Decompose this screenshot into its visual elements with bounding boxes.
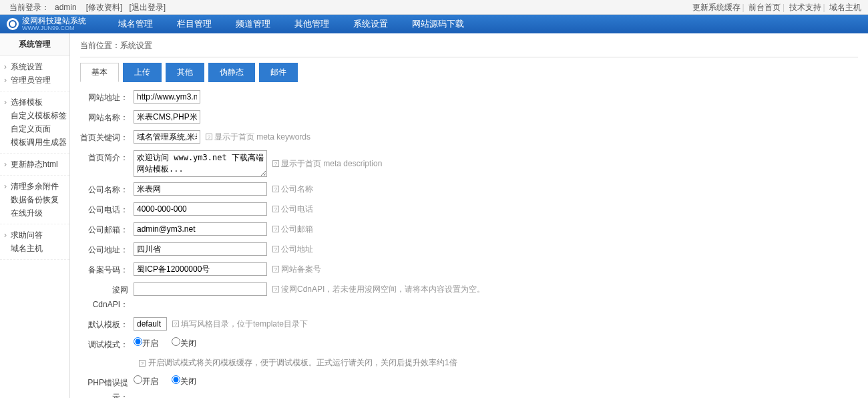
top-bar: 当前登录：admin [修改资料] [退出登录] 更新系统缓存| 前台首页| 技… (0, 0, 868, 15)
radio-debug-on[interactable] (134, 337, 142, 346)
radio-phperr-on-label[interactable]: 开启 (134, 375, 158, 387)
edit-profile-link[interactable]: [修改资料] (86, 3, 123, 12)
nav-channel[interactable]: 频道管理 (224, 15, 282, 33)
tab-mail[interactable]: 邮件 (259, 63, 298, 82)
hint-icon: ? (272, 266, 279, 272)
hint-icon: ? (272, 226, 279, 232)
hint-phone: 公司电话 (281, 204, 313, 215)
input-template[interactable] (134, 317, 167, 331)
sidebar-upgrade[interactable]: 在线升级 (11, 206, 69, 220)
input-cdn[interactable] (134, 282, 267, 296)
sidebar-admin-manage[interactable]: 管理员管理 (11, 73, 69, 87)
hint-icon: ? (272, 186, 279, 192)
radio-phperr-off[interactable] (172, 375, 180, 384)
sidebar-update-html[interactable]: 更新静态html (11, 158, 69, 171)
label-template: 默认模板： (80, 317, 134, 332)
sidebar-custom-page[interactable]: 自定义页面 (11, 122, 69, 136)
radio-debug-off-label[interactable]: 关闭 (172, 337, 196, 349)
top-left: 当前登录：admin [修改资料] [退出登录] (7, 0, 166, 14)
sidebar-help[interactable]: 求助问答 (11, 228, 69, 242)
label-phperr: PHP错误提示： (80, 375, 134, 398)
main-nav: 浚网科技建站系统 WWW.JUN99.COM 域名管理 栏目管理 频道管理 其他… (0, 15, 868, 33)
hint-address: 公司地址 (281, 244, 313, 255)
sidebar: 系统管理 系统设置 管理员管理 选择模板 自定义模板标签 自定义页面 模板调用生… (0, 33, 70, 398)
input-keywords[interactable] (134, 130, 200, 144)
tabs: 基本 上传 其他 伪静态 邮件 (80, 63, 858, 82)
input-site-name[interactable] (134, 110, 200, 124)
top-right: 更新系统缓存| 前台首页| 技术支持| 域名主机 (692, 0, 861, 14)
logo: 浚网科技建站系统 WWW.JUN99.COM (7, 17, 86, 31)
nav-items: 域名管理 栏目管理 频道管理 其他管理 系统设置 网站源码下载 (106, 15, 476, 33)
label-keywords: 首页关键词： (80, 130, 134, 145)
radio-debug-on-label[interactable]: 开启 (134, 337, 158, 349)
top-link-cache[interactable]: 更新系统缓存 (692, 3, 740, 12)
nav-column[interactable]: 栏目管理 (165, 15, 224, 33)
login-prefix: 当前登录： (9, 3, 49, 12)
hint-icon: ? (272, 160, 279, 167)
logo-icon (7, 18, 19, 30)
input-address[interactable] (134, 242, 267, 256)
hint-company: 公司名称 (281, 184, 313, 195)
input-company[interactable] (134, 182, 267, 196)
label-site-name: 网站名称： (80, 110, 134, 125)
sidebar-domain-host[interactable]: 域名主机 (11, 242, 69, 255)
textarea-intro[interactable]: 欢迎访问 www.ym3.net 下载高端网站模板... (134, 150, 267, 177)
label-intro: 首页简介： (80, 150, 134, 165)
hint-template: 填写风格目录，位于template目录下 (181, 319, 308, 330)
breadcrumb-prefix: 当前位置： (80, 41, 120, 50)
sidebar-title: 系统管理 (0, 33, 69, 56)
breadcrumb: 当前位置：系统设置 (80, 33, 858, 57)
hint-icon: ? (172, 321, 179, 327)
hint-email: 公司邮箱 (281, 224, 313, 235)
note-debug: 开启调试模式将关闭模板缓存，便于调试模板。正式运行请关闭，关闭后提升效率约1倍 (148, 357, 457, 369)
top-link-front[interactable]: 前台首页 (748, 3, 781, 12)
label-address: 公司地址： (80, 242, 134, 257)
tab-rewrite[interactable]: 伪静态 (208, 63, 255, 82)
sidebar-template-gen[interactable]: 模板调用生成器 (11, 136, 69, 149)
top-link-domain[interactable]: 域名主机 (829, 3, 861, 12)
hint-icon: ? (272, 206, 279, 212)
label-icp: 备案号码： (80, 262, 134, 277)
hint-icp: 网站备案号 (281, 264, 321, 275)
input-email[interactable] (134, 222, 267, 236)
hint-keywords: 显示于首页 meta keywords (214, 132, 310, 143)
hint-icon: ? (272, 246, 279, 252)
login-user: admin (55, 3, 77, 12)
content: 当前位置：系统设置 基本 上传 其他 伪静态 邮件 网站地址： 网站名称： 首页… (70, 33, 868, 398)
breadcrumb-current: 系统设置 (120, 41, 152, 50)
input-icp[interactable] (134, 262, 267, 276)
label-debug: 调试模式： (80, 337, 134, 352)
hint-cdn: 浚网CdnAPI，若未使用浚网空间，请将本内容设置为空。 (281, 284, 485, 295)
input-phone[interactable] (134, 202, 267, 216)
logout-link[interactable]: [退出登录] (129, 3, 166, 12)
tab-other[interactable]: 其他 (166, 63, 204, 82)
nav-other[interactable]: 其他管理 (282, 15, 341, 33)
label-cdn: 浚网CdnAPI： (80, 282, 134, 312)
hint-icon: ? (139, 360, 146, 367)
nav-download[interactable]: 网站源码下载 (400, 15, 476, 33)
container: 系统管理 系统设置 管理员管理 选择模板 自定义模板标签 自定义页面 模板调用生… (0, 33, 868, 398)
hint-icon: ? (272, 286, 279, 292)
hint-intro: 显示于首页 meta description (281, 158, 382, 170)
input-site-url[interactable] (134, 90, 200, 104)
radio-phperr-on[interactable] (134, 375, 142, 384)
radio-debug-off[interactable] (172, 337, 180, 346)
sidebar-choose-template[interactable]: 选择模板 (11, 95, 69, 109)
label-company: 公司名称： (80, 182, 134, 197)
sidebar-backup[interactable]: 数据备份恢复 (11, 193, 69, 206)
radio-phperr-off-label[interactable]: 关闭 (172, 375, 196, 387)
nav-domain[interactable]: 域名管理 (106, 15, 165, 33)
tab-upload[interactable]: 上传 (123, 63, 162, 82)
label-email: 公司邮箱： (80, 222, 134, 237)
nav-system[interactable]: 系统设置 (341, 15, 400, 33)
label-phone: 公司电话： (80, 202, 134, 217)
logo-sub: WWW.JUN99.COM (22, 25, 86, 31)
logo-title: 浚网科技建站系统 (22, 17, 86, 25)
label-site-url: 网站地址： (80, 90, 134, 105)
top-link-support[interactable]: 技术支持 (789, 3, 821, 12)
tab-basic[interactable]: 基本 (80, 63, 119, 82)
sidebar-custom-tag[interactable]: 自定义模板标签 (11, 109, 69, 122)
sidebar-system-settings[interactable]: 系统设置 (11, 60, 69, 73)
hint-icon: ? (206, 134, 212, 140)
sidebar-clean-attach[interactable]: 清理多余附件 (11, 180, 69, 193)
